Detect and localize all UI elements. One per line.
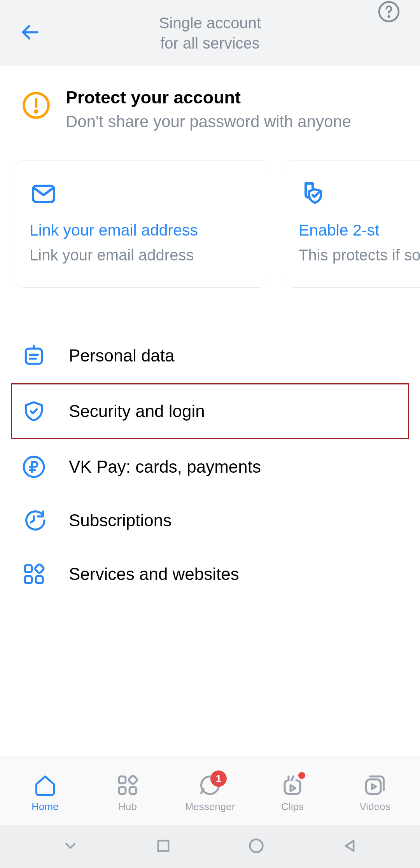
menu-label: Security and login [69, 402, 205, 421]
card-title: Enable 2-st [299, 221, 420, 239]
arrow-left-icon [19, 22, 41, 43]
nav-hub[interactable]: Hub [98, 774, 157, 813]
link-email-card[interactable]: Link your email address Link your email … [14, 160, 270, 288]
badge: 1 [210, 770, 227, 787]
nav-messenger[interactable]: 1 Messenger [181, 774, 239, 813]
svg-rect-11 [24, 565, 32, 572]
svg-point-2 [388, 16, 390, 17]
protect-subtitle: Don't share your password with anyone [66, 111, 351, 133]
card-title: Link your email address [30, 221, 254, 239]
card-subtitle: This protects if someone g your passwor [299, 244, 420, 266]
nav-label: Clips [281, 801, 304, 813]
square-icon [156, 838, 171, 854]
main-content: Protect your account Don't share your pa… [0, 66, 420, 756]
menu-label: Subscriptions [69, 511, 172, 530]
nav-label: Home [32, 801, 58, 813]
system-nav [0, 825, 420, 868]
shield-devices-icon [299, 180, 420, 210]
help-button[interactable] [377, 0, 401, 25]
svg-rect-7 [26, 349, 42, 364]
menu-item-security[interactable]: Security and login [11, 383, 409, 439]
svg-rect-14 [34, 564, 44, 574]
sys-recent-button[interactable] [62, 837, 79, 856]
question-circle-icon [377, 0, 401, 23]
protect-banner: Protect your account Don't share your pa… [0, 66, 420, 152]
menu-item-personal-data[interactable]: Personal data [11, 329, 409, 382]
back-button[interactable] [19, 22, 41, 45]
sys-back-button[interactable] [341, 837, 359, 856]
nav-home[interactable]: Home [16, 774, 74, 813]
svg-point-21 [250, 840, 262, 852]
warning-circle-icon [21, 91, 51, 122]
sys-overview-button[interactable] [156, 838, 171, 855]
menu-item-vkpay[interactable]: VK Pay: cards, payments [11, 440, 409, 494]
svg-rect-19 [366, 779, 381, 794]
mail-icon [30, 180, 254, 210]
hub-icon [116, 774, 139, 797]
notification-dot [298, 772, 305, 779]
clock-arrow-icon [21, 508, 46, 533]
sys-home-button[interactable] [248, 837, 265, 856]
svg-rect-17 [130, 787, 136, 794]
svg-rect-15 [119, 777, 126, 784]
svg-point-5 [35, 110, 37, 112]
svg-rect-13 [36, 576, 43, 583]
nav-label: Videos [359, 801, 390, 813]
svg-rect-18 [128, 775, 138, 785]
nav-clips[interactable]: Clips [263, 774, 322, 813]
divider [18, 317, 402, 317]
triangle-left-icon [341, 837, 359, 854]
grid-icon [21, 562, 46, 586]
chevron-down-icon [62, 837, 79, 854]
ruble-circle-icon [21, 455, 46, 479]
menu-item-subscriptions[interactable]: Subscriptions [11, 494, 409, 547]
settings-menu: Personal data Security and login VK Pay:… [0, 329, 420, 601]
menu-label: Personal data [69, 346, 175, 365]
protect-title: Protect your account [66, 87, 351, 108]
nav-label: Messenger [185, 801, 235, 813]
menu-item-services[interactable]: Services and websites [11, 547, 409, 601]
menu-label: VK Pay: cards, payments [69, 457, 261, 477]
page-title: Single accountfor all services [16, 13, 404, 53]
header: Single accountfor all services [0, 0, 420, 66]
id-card-icon [21, 344, 46, 368]
shield-check-icon [21, 399, 46, 423]
security-cards-row[interactable]: Link your email address Link your email … [0, 152, 420, 303]
svg-rect-16 [119, 787, 126, 794]
nav-label: Hub [118, 801, 137, 813]
svg-rect-20 [158, 841, 168, 851]
home-icon [33, 774, 57, 797]
svg-rect-12 [24, 576, 32, 583]
2fa-card[interactable]: Enable 2-st This protects if someone g y… [283, 160, 420, 288]
circle-icon [248, 837, 265, 854]
card-subtitle: Link your email address [30, 244, 254, 266]
menu-label: Services and websites [69, 564, 239, 584]
videos-icon [363, 774, 387, 797]
nav-videos[interactable]: Videos [346, 774, 404, 813]
bottom-nav: Home Hub 1 Messenger Clips Videos [0, 756, 420, 825]
